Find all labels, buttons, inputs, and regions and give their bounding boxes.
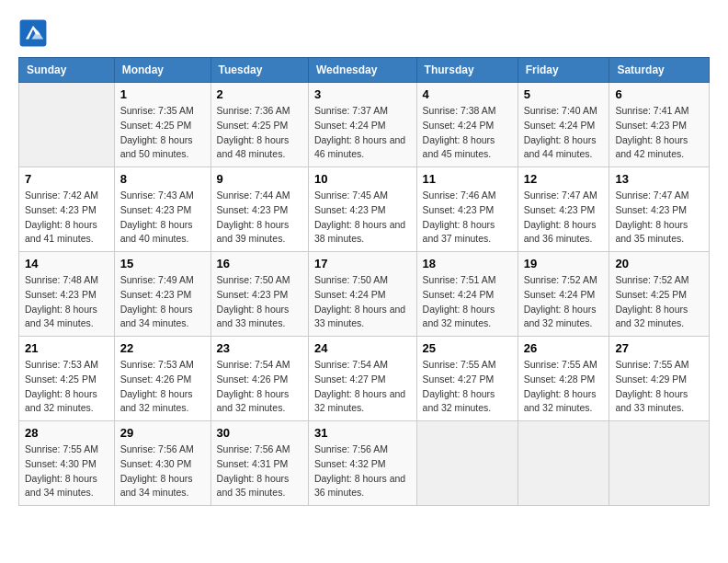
sunset-time: Sunset: 4:27 PM xyxy=(423,373,495,385)
sunrise-time: Sunrise: 7:45 AM xyxy=(314,190,388,201)
sunset-time: Sunset: 4:23 PM xyxy=(25,204,97,215)
day-info: Sunrise: 7:47 AM Sunset: 4:23 PM Dayligh… xyxy=(615,189,703,247)
sunset-time: Sunset: 4:23 PM xyxy=(217,289,289,300)
daylight-hours: Daylight: 8 hours and 38 minutes. xyxy=(314,219,405,245)
sunrise-time: Sunrise: 7:54 AM xyxy=(314,359,388,370)
sunrise-time: Sunrise: 7:56 AM xyxy=(314,443,388,454)
day-info: Sunrise: 7:35 AM Sunset: 4:25 PM Dayligh… xyxy=(120,104,205,162)
calendar-table: SundayMondayTuesdayWednesdayThursdayFrid… xyxy=(18,57,710,506)
daylight-hours: Daylight: 8 hours and 35 minutes. xyxy=(615,219,688,245)
daylight-hours: Daylight: 8 hours and 34 minutes. xyxy=(25,473,97,499)
sunset-time: Sunset: 4:23 PM xyxy=(25,289,97,300)
day-header-friday: Friday xyxy=(518,58,609,83)
calendar-cell: 26 Sunrise: 7:55 AM Sunset: 4:28 PM Dayl… xyxy=(518,337,609,421)
daylight-hours: Daylight: 8 hours and 40 minutes. xyxy=(120,219,193,245)
daylight-hours: Daylight: 8 hours and 33 minutes. xyxy=(615,388,688,414)
day-info: Sunrise: 7:43 AM Sunset: 4:23 PM Dayligh… xyxy=(120,189,205,247)
sunset-time: Sunset: 4:26 PM xyxy=(120,373,192,385)
calendar-cell: 15 Sunrise: 7:49 AM Sunset: 4:23 PM Dayl… xyxy=(114,252,210,337)
calendar-cell: 14 Sunrise: 7:48 AM Sunset: 4:23 PM Dayl… xyxy=(19,252,115,337)
day-info: Sunrise: 7:55 AM Sunset: 4:30 PM Dayligh… xyxy=(25,442,108,500)
calendar-cell: 23 Sunrise: 7:54 AM Sunset: 4:26 PM Dayl… xyxy=(210,337,308,421)
daylight-hours: Daylight: 8 hours and 44 minutes. xyxy=(524,134,597,160)
sunset-time: Sunset: 4:25 PM xyxy=(615,289,687,300)
day-info: Sunrise: 7:55 AM Sunset: 4:27 PM Dayligh… xyxy=(423,358,512,416)
calendar-cell: 5 Sunrise: 7:40 AM Sunset: 4:24 PM Dayli… xyxy=(518,83,609,167)
day-number: 26 xyxy=(524,341,604,355)
day-number: 2 xyxy=(217,87,302,101)
day-number: 28 xyxy=(25,426,108,440)
day-info: Sunrise: 7:44 AM Sunset: 4:23 PM Dayligh… xyxy=(217,189,302,247)
day-number: 6 xyxy=(615,87,703,101)
sunset-time: Sunset: 4:24 PM xyxy=(423,120,495,131)
sunset-time: Sunset: 4:27 PM xyxy=(314,373,386,385)
sunrise-time: Sunrise: 7:42 AM xyxy=(25,190,98,201)
sunrise-time: Sunrise: 7:56 AM xyxy=(120,443,194,454)
day-number: 3 xyxy=(314,87,411,101)
daylight-hours: Daylight: 8 hours and 34 minutes. xyxy=(120,473,193,499)
logo-icon xyxy=(18,18,48,48)
calendar-cell xyxy=(518,421,609,506)
header-row: SundayMondayTuesdayWednesdayThursdayFrid… xyxy=(19,58,710,83)
sunrise-time: Sunrise: 7:55 AM xyxy=(524,359,597,370)
calendar-cell xyxy=(19,83,115,167)
calendar-cell: 9 Sunrise: 7:44 AM Sunset: 4:23 PM Dayli… xyxy=(210,167,308,252)
day-header-monday: Monday xyxy=(114,58,210,83)
calendar-cell: 29 Sunrise: 7:56 AM Sunset: 4:30 PM Dayl… xyxy=(114,421,210,506)
day-info: Sunrise: 7:41 AM Sunset: 4:23 PM Dayligh… xyxy=(615,104,703,162)
day-info: Sunrise: 7:45 AM Sunset: 4:23 PM Dayligh… xyxy=(314,189,411,247)
sunrise-time: Sunrise: 7:56 AM xyxy=(217,443,290,454)
day-number: 22 xyxy=(120,341,205,355)
week-row-1: 1 Sunrise: 7:35 AM Sunset: 4:25 PM Dayli… xyxy=(19,83,710,167)
sunrise-time: Sunrise: 7:37 AM xyxy=(314,105,388,116)
sunset-time: Sunset: 4:23 PM xyxy=(120,289,192,300)
daylight-hours: Daylight: 8 hours and 32 minutes. xyxy=(423,388,495,414)
day-number: 29 xyxy=(120,426,205,440)
week-row-5: 28 Sunrise: 7:55 AM Sunset: 4:30 PM Dayl… xyxy=(19,421,710,506)
daylight-hours: Daylight: 8 hours and 37 minutes. xyxy=(423,219,495,245)
sunset-time: Sunset: 4:23 PM xyxy=(314,204,386,215)
sunset-time: Sunset: 4:23 PM xyxy=(423,204,495,215)
day-info: Sunrise: 7:51 AM Sunset: 4:24 PM Dayligh… xyxy=(423,273,512,331)
calendar-cell: 2 Sunrise: 7:36 AM Sunset: 4:25 PM Dayli… xyxy=(210,83,308,167)
sunrise-time: Sunrise: 7:54 AM xyxy=(217,359,290,370)
sunrise-time: Sunrise: 7:52 AM xyxy=(615,274,688,285)
day-number: 30 xyxy=(217,426,302,440)
day-info: Sunrise: 7:56 AM Sunset: 4:31 PM Dayligh… xyxy=(217,442,302,500)
day-info: Sunrise: 7:42 AM Sunset: 4:23 PM Dayligh… xyxy=(25,189,108,247)
sunrise-time: Sunrise: 7:55 AM xyxy=(423,359,496,370)
sunrise-time: Sunrise: 7:51 AM xyxy=(423,274,496,285)
calendar-cell: 19 Sunrise: 7:52 AM Sunset: 4:24 PM Dayl… xyxy=(518,252,609,337)
day-number: 17 xyxy=(314,257,411,270)
calendar-cell: 13 Sunrise: 7:47 AM Sunset: 4:23 PM Dayl… xyxy=(609,167,710,252)
daylight-hours: Daylight: 8 hours and 32 minutes. xyxy=(314,388,405,414)
calendar-cell: 4 Sunrise: 7:38 AM Sunset: 4:24 PM Dayli… xyxy=(416,83,518,167)
day-header-sunday: Sunday xyxy=(19,58,115,83)
day-info: Sunrise: 7:52 AM Sunset: 4:25 PM Dayligh… xyxy=(615,273,703,331)
day-info: Sunrise: 7:38 AM Sunset: 4:24 PM Dayligh… xyxy=(423,104,512,162)
sunset-time: Sunset: 4:23 PM xyxy=(524,204,596,215)
calendar-cell: 6 Sunrise: 7:41 AM Sunset: 4:23 PM Dayli… xyxy=(609,83,710,167)
sunrise-time: Sunrise: 7:49 AM xyxy=(120,274,194,285)
day-number: 24 xyxy=(314,341,411,355)
day-info: Sunrise: 7:55 AM Sunset: 4:29 PM Dayligh… xyxy=(615,358,703,416)
week-row-2: 7 Sunrise: 7:42 AM Sunset: 4:23 PM Dayli… xyxy=(19,167,710,252)
sunset-time: Sunset: 4:23 PM xyxy=(615,204,687,215)
day-number: 9 xyxy=(217,172,302,186)
day-info: Sunrise: 7:50 AM Sunset: 4:24 PM Dayligh… xyxy=(314,273,411,331)
day-number: 23 xyxy=(217,341,302,355)
sunset-time: Sunset: 4:26 PM xyxy=(217,373,289,385)
day-number: 25 xyxy=(423,341,512,355)
calendar-cell xyxy=(416,421,518,506)
calendar-cell: 20 Sunrise: 7:52 AM Sunset: 4:25 PM Dayl… xyxy=(609,252,710,337)
day-info: Sunrise: 7:48 AM Sunset: 4:23 PM Dayligh… xyxy=(25,273,108,331)
sunset-time: Sunset: 4:29 PM xyxy=(615,373,687,385)
day-number: 10 xyxy=(314,172,411,186)
sunset-time: Sunset: 4:24 PM xyxy=(314,120,386,131)
calendar-cell: 3 Sunrise: 7:37 AM Sunset: 4:24 PM Dayli… xyxy=(308,83,416,167)
day-number: 8 xyxy=(120,172,205,186)
day-info: Sunrise: 7:50 AM Sunset: 4:23 PM Dayligh… xyxy=(217,273,302,331)
calendar-cell: 31 Sunrise: 7:56 AM Sunset: 4:32 PM Dayl… xyxy=(308,421,416,506)
day-number: 4 xyxy=(423,87,512,101)
day-info: Sunrise: 7:55 AM Sunset: 4:28 PM Dayligh… xyxy=(524,358,604,416)
